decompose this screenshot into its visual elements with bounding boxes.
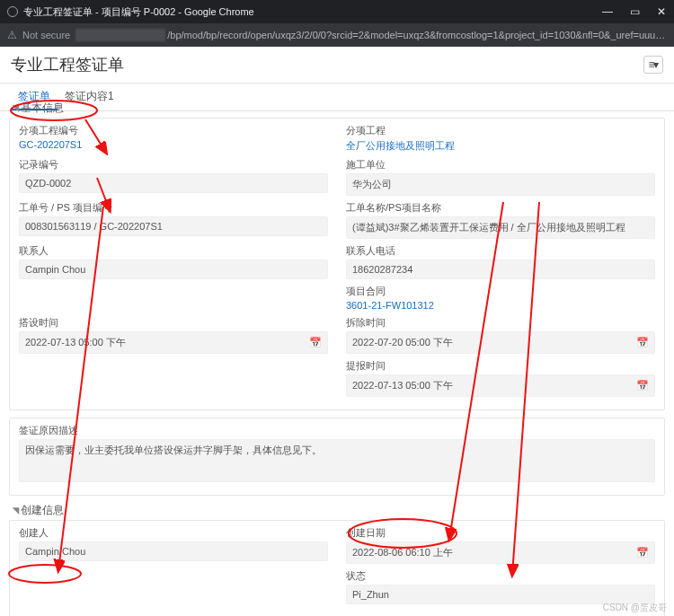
window-titlebar: 专业工程签证单 - 项目编号 P-0002 - Google Chrome — …: [0, 0, 674, 23]
lbl-wo-ps: 工单号 / PS 项目编号: [19, 201, 328, 215]
lbl-record-no: 记录编号: [19, 158, 328, 172]
lbl-setup-time: 搭设时间: [19, 316, 328, 330]
val-setup-time[interactable]: 2022-07-13 05:00 下午📅: [19, 331, 328, 354]
lbl-submit-time: 提报时间: [346, 359, 655, 373]
page-title: 专业工程签证单: [11, 54, 643, 75]
lbl-sub-code: 分项工程编号: [19, 124, 328, 137]
lbl-remove-time: 拆除时间: [346, 316, 655, 330]
menu-button[interactable]: ≡▾: [643, 56, 663, 74]
calendar-icon: 📅: [636, 547, 649, 559]
val-creator: Campin Chou: [19, 541, 328, 561]
window-minimize-button[interactable]: —: [602, 6, 613, 17]
window-maximize-button[interactable]: ▭: [629, 6, 640, 17]
calendar-icon: 📅: [309, 337, 322, 348]
lbl-contact: 联系人: [19, 244, 328, 258]
address-bar: ⚠ Not secure /bp/mod/bp/record/open/uxqz…: [0, 23, 674, 47]
lbl-unit: 施工单位: [346, 158, 655, 172]
page-header: 专业工程签证单 ≡▾: [0, 47, 674, 84]
menu-icon: ≡▾: [648, 58, 658, 71]
lbl-phone: 联系人电话: [346, 244, 655, 258]
val-unit: 华为公司: [346, 173, 655, 196]
val-remove-time[interactable]: 2022-07-20 05:00 下午📅: [346, 331, 655, 354]
lbl-reason: 签证原因描述: [19, 424, 655, 437]
section-basic-title: 基本信息: [11, 101, 665, 116]
lbl-state: 状态: [346, 569, 655, 583]
section-create-title: 创建信息: [11, 503, 665, 518]
lbl-cdate: 创建日期: [346, 526, 655, 540]
val-submit-time[interactable]: 2022-07-13 05:00 下午📅: [346, 374, 655, 397]
link-sub-code[interactable]: GC-202207S1: [19, 139, 82, 150]
val-wo-ps: 008301563119 / GC-202207S1: [19, 216, 328, 236]
val-reason[interactable]: 因保运需要，业主委托我单位搭设保运井字脚手架，具体信息见下。: [19, 439, 655, 482]
val-phone: 18620287234: [346, 260, 655, 279]
calendar-icon: 📅: [636, 337, 649, 348]
panel-create: 创建人 Campin Chou 创建日期 2022-08-06 06:10 上午…: [9, 520, 665, 616]
calendar-icon: 📅: [636, 380, 649, 392]
panel-basic: 分项工程编号 GC-202207S1 分项工程 全厂公用接地及照明工程 记录编号…: [9, 118, 665, 410]
window-title: 专业工程签证单 - 项目编号 P-0002 - Google Chrome: [23, 5, 602, 19]
lbl-sub-proj: 分项工程: [346, 124, 655, 137]
lbl-wo-name: 工单名称/PS项目名称: [346, 201, 655, 215]
not-secure-icon: ⚠: [7, 29, 17, 41]
val-contact: Campin Chou: [19, 260, 328, 279]
form-scroll[interactable]: 基本信息 分项工程编号 GC-202207S1 分项工程 全厂公用接地及照明工程…: [0, 93, 674, 616]
link-sub-proj[interactable]: 全厂公用接地及照明工程: [346, 140, 455, 151]
val-cdate: 2022-08-06 06:10 上午📅: [346, 541, 655, 564]
panel-reason: 签证原因描述 因保运需要，业主委托我单位搭设保运井字脚手架，具体信息见下。: [9, 418, 665, 496]
url-path: /bp/mod/bp/record/open/uxqz3/2/0/0?srcid…: [167, 30, 667, 40]
val-wo-name: (谭益斌)3#聚乙烯装置开工保运费用 / 全厂公用接地及照明工程: [346, 216, 655, 239]
link-contract[interactable]: 3601-21-FW101312: [346, 300, 434, 311]
watermark: CSDN @蛋皮哥: [603, 602, 667, 614]
not-secure-label: Not secure: [22, 30, 70, 40]
window-close-button[interactable]: ✕: [656, 6, 667, 17]
redacted-host: [75, 29, 165, 41]
val-record-no: QZD-0002: [19, 173, 328, 193]
globe-icon: [7, 6, 18, 17]
lbl-contract: 项目合同: [346, 285, 655, 298]
lbl-creator: 创建人: [19, 526, 328, 540]
